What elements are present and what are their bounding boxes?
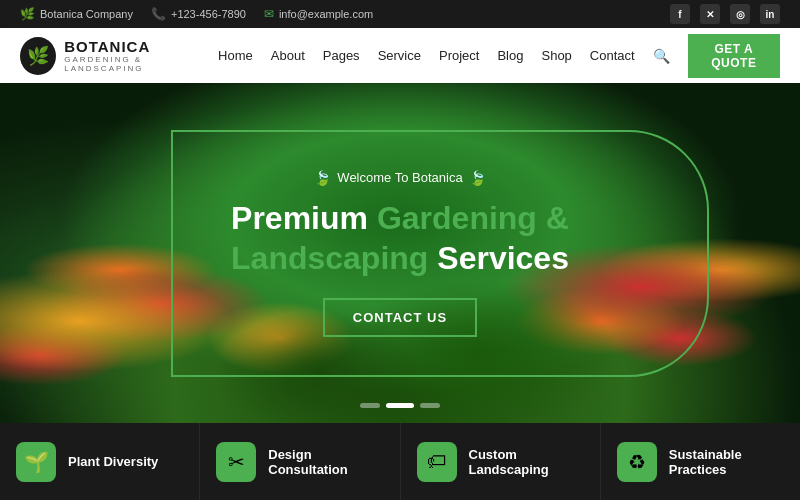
slider-dot-1[interactable] <box>360 403 380 408</box>
facebook-icon[interactable]: f <box>670 4 690 24</box>
phone-info: 📞 +123-456-7890 <box>151 7 246 21</box>
card-sustainable-practices: ♻ Sustainable Practices <box>601 423 800 500</box>
logo: 🌿 BOTANICA GARDENING & LANDSCAPING <box>20 37 218 75</box>
twitter-icon[interactable]: ✕ <box>700 4 720 24</box>
slider-dots <box>360 403 440 408</box>
hero-tagline: 🍃 Welcome To Botanica 🍃 <box>231 170 569 186</box>
top-bar: 🌿 Botanica Company 📞 +123-456-7890 ✉ inf… <box>0 0 800 28</box>
hero-title: Premium Gardening & Landscaping Services <box>231 198 569 278</box>
card-plant-diversity: 🌱 Plant Diversity <box>0 423 200 500</box>
header: 🌿 BOTANICA GARDENING & LANDSCAPING Home … <box>0 28 800 83</box>
logo-sub: GARDENING & LANDSCAPING <box>64 55 218 73</box>
hero-content: 🍃 Welcome To Botanica 🍃 Premium Gardenin… <box>191 140 609 367</box>
plant-diversity-icon: 🌱 <box>16 442 56 482</box>
leaf-right-icon: 🍃 <box>469 170 486 186</box>
hero-title-premium: Premium <box>231 200 377 236</box>
leaf-left-icon: 🍃 <box>314 170 331 186</box>
nav-shop[interactable]: Shop <box>541 48 571 63</box>
search-icon[interactable]: 🔍 <box>653 48 670 64</box>
top-bar-left: 🌿 Botanica Company 📞 +123-456-7890 ✉ inf… <box>20 7 373 21</box>
sustainable-practices-icon: ♻ <box>617 442 657 482</box>
card-sustainable-practices-label: Sustainable Practices <box>669 447 784 477</box>
phone-number: +123-456-7890 <box>171 8 246 20</box>
phone-icon: 📞 <box>151 7 166 21</box>
hero-section: 🍃 Welcome To Botanica 🍃 Premium Gardenin… <box>0 83 800 423</box>
logo-name: BOTANICA <box>64 38 218 55</box>
nav-contact[interactable]: Contact <box>590 48 635 63</box>
card-plant-diversity-label: Plant Diversity <box>68 454 158 469</box>
company-name: Botanica Company <box>40 8 133 20</box>
nav-about[interactable]: About <box>271 48 305 63</box>
card-custom-landscaping-label: Custom Landscaping <box>469 447 584 477</box>
social-links: f ✕ ◎ in <box>670 4 780 24</box>
logo-text: BOTANICA GARDENING & LANDSCAPING <box>64 38 218 73</box>
nav-home[interactable]: Home <box>218 48 253 63</box>
nav-project[interactable]: Project <box>439 48 479 63</box>
email-address: info@example.com <box>279 8 373 20</box>
nav-blog[interactable]: Blog <box>497 48 523 63</box>
card-design-consultation: ✂ Design Consultation <box>200 423 400 500</box>
card-design-consultation-label: Design Consultation <box>268 447 383 477</box>
hero-tagline-text: Welcome To Botanica <box>337 170 462 185</box>
slider-dot-2[interactable] <box>386 403 414 408</box>
nav-service[interactable]: Service <box>378 48 421 63</box>
hero-content-wrapper: 🍃 Welcome To Botanica 🍃 Premium Gardenin… <box>0 83 800 423</box>
design-consultation-icon: ✂ <box>216 442 256 482</box>
company-info: 🌿 Botanica Company <box>20 7 133 21</box>
company-icon: 🌿 <box>20 7 35 21</box>
card-custom-landscaping: 🏷 Custom Landscaping <box>401 423 601 500</box>
slider-dot-3[interactable] <box>420 403 440 408</box>
email-info: ✉ info@example.com <box>264 7 373 21</box>
hero-title-services: Services <box>428 240 569 276</box>
instagram-icon[interactable]: ◎ <box>730 4 750 24</box>
linkedin-icon[interactable]: in <box>760 4 780 24</box>
hero-title-green1: Gardening & <box>377 200 569 236</box>
email-icon: ✉ <box>264 7 274 21</box>
hero-title-green2: Landscaping <box>231 240 428 276</box>
contact-us-button[interactable]: CONTACT US <box>323 298 477 337</box>
nav-pages[interactable]: Pages <box>323 48 360 63</box>
get-quote-button[interactable]: GET A QUOTE <box>688 34 780 78</box>
custom-landscaping-icon: 🏷 <box>417 442 457 482</box>
main-nav: Home About Pages Service Project Blog Sh… <box>218 34 780 78</box>
cards-section: 🌱 Plant Diversity ✂ Design Consultation … <box>0 423 800 500</box>
logo-icon: 🌿 <box>20 37 56 75</box>
